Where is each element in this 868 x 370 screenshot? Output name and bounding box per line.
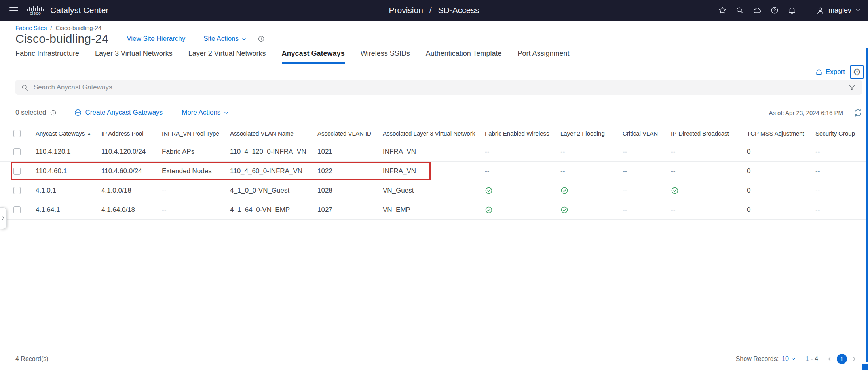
export-icon xyxy=(815,68,823,76)
column-header-security-group[interactable]: Security Group xyxy=(815,130,868,137)
selected-count: 0 selected xyxy=(15,109,57,117)
drawer-chevron-right-icon xyxy=(0,215,6,221)
cell-value: 110.4.120.0/24 xyxy=(101,148,146,156)
column-header-ip-directed-broadcast[interactable]: IP-Directed Broadcast xyxy=(671,130,747,137)
tab-layer-2-virtual-networks[interactable]: Layer 2 Virtual Networks xyxy=(188,49,266,64)
cell-value: Fabric APs xyxy=(162,148,194,156)
table-row[interactable]: 4.1.0.14.1.0.0/18--4_1_0_0-VN_Guest1028V… xyxy=(0,181,868,200)
global-search-icon[interactable] xyxy=(735,6,744,15)
cell-value: -- xyxy=(560,167,565,175)
cell-value: VN_Guest xyxy=(383,187,414,194)
nav-provision[interactable]: Provision xyxy=(389,6,423,15)
column-header-infra-vn-pool-type[interactable]: INFRA_VN Pool Type xyxy=(162,130,230,137)
export-label: Export xyxy=(826,68,845,76)
cell-value: -- xyxy=(162,206,166,214)
cell-value: 1022 xyxy=(317,167,332,175)
menu-icon[interactable] xyxy=(7,4,21,17)
page-size-chevron-down-icon xyxy=(791,356,796,361)
tab-bar: Fabric InfrastructureLayer 3 Virtual Net… xyxy=(0,49,868,64)
site-actions-label: Site Actions xyxy=(203,35,239,43)
left-panel-expand-handle[interactable] xyxy=(0,207,7,229)
selected-info-icon[interactable] xyxy=(50,109,57,116)
tab-port-assignment[interactable]: Port Assignment xyxy=(517,49,569,64)
row-checkbox[interactable] xyxy=(13,187,21,194)
column-header-critical-vlan[interactable]: Critical VLAN xyxy=(623,130,671,137)
cell-value: -- xyxy=(485,167,489,175)
cell-value: 0 xyxy=(747,167,750,175)
user-menu[interactable]: maglev xyxy=(816,6,861,15)
tab-authentication-template[interactable]: Authentication Template xyxy=(426,49,502,64)
check-circle-icon xyxy=(560,206,568,214)
nav-sd-access[interactable]: SD-Access xyxy=(438,6,479,15)
cell-value: -- xyxy=(671,206,675,214)
column-header-tcp-mss-adjustment[interactable]: TCP MSS Adjustment xyxy=(747,130,815,137)
cell-value: -- xyxy=(815,187,820,194)
cell-value: -- xyxy=(162,187,166,194)
cloud-icon[interactable] xyxy=(753,6,762,15)
check-circle-icon xyxy=(560,187,568,194)
tab-fabric-infrastructure[interactable]: Fabric Infrastructure xyxy=(15,49,79,64)
column-header-layer-2-flooding[interactable]: Layer 2 Flooding xyxy=(560,130,623,137)
cell-value: INFRA_VN xyxy=(383,148,416,156)
create-anycast-gateways-button[interactable]: Create Anycast Gateways xyxy=(74,109,163,117)
pagination-range-label: 1 - 4 xyxy=(805,355,818,362)
cell-value: -- xyxy=(815,148,820,156)
column-header-ip-address-pool[interactable]: IP Address Pool xyxy=(101,130,162,137)
cell-value: 4.1.0.0/18 xyxy=(101,187,131,194)
help-icon[interactable] xyxy=(770,6,779,15)
search-input[interactable] xyxy=(15,83,862,91)
tab-anycast-gateways[interactable]: Anycast Gateways xyxy=(282,49,345,64)
cell-value: -- xyxy=(485,148,489,156)
cell-value: 0 xyxy=(747,206,750,214)
more-actions-dropdown[interactable]: More Actions xyxy=(182,109,229,117)
site-actions-dropdown[interactable]: Site Actions xyxy=(203,35,247,43)
tab-layer-3-virtual-networks[interactable]: Layer 3 Virtual Networks xyxy=(95,49,173,64)
column-header-associated-vlan-name[interactable]: Associated VLAN Name xyxy=(230,130,317,137)
cell-value: VN_EMP xyxy=(383,206,410,214)
row-checkbox[interactable] xyxy=(13,168,21,175)
vertical-scrollbar[interactable] xyxy=(866,48,868,362)
row-checkbox[interactable] xyxy=(13,148,21,155)
export-button[interactable]: Export xyxy=(815,68,845,76)
table-row[interactable]: 110.4.60.1110.4.60.0/24Extended Nodes110… xyxy=(0,162,868,181)
show-records-label: Show Records: xyxy=(736,355,779,362)
check-circle-icon xyxy=(485,187,493,194)
cell-value: 0 xyxy=(747,148,750,156)
filter-funnel-icon[interactable] xyxy=(848,84,856,91)
pagination-next-icon[interactable] xyxy=(851,355,858,362)
view-site-hierarchy-link[interactable]: View Site Hierarchy xyxy=(127,35,185,43)
cisco-logo-word: cisco xyxy=(30,11,41,15)
column-header-associated-vlan-id[interactable]: Associated VLAN ID xyxy=(317,130,383,137)
table-settings-gear-icon[interactable]: ⚙ xyxy=(850,65,864,79)
cell-value: -- xyxy=(815,167,820,175)
pagination-page-1[interactable]: 1 xyxy=(837,354,847,364)
table-row[interactable]: 4.1.64.14.1.64.0/18--4_1_64_0-VN_EMP1027… xyxy=(0,200,868,220)
cell-value: -- xyxy=(671,148,675,156)
column-header-fabric-enabled-wireless[interactable]: Fabric Enabled Wireless xyxy=(485,130,560,137)
cell-value: 1021 xyxy=(317,148,332,156)
scrollbar-corner[interactable] xyxy=(862,364,868,370)
column-header-anycast-gateways[interactable]: Anycast Gateways▲ xyxy=(36,130,101,137)
table-footer: 4 Record(s) Show Records: 10 1 - 4 1 xyxy=(0,347,868,370)
breadcrumb-fabric-sites[interactable]: Fabric Sites xyxy=(15,25,47,31)
select-all-checkbox[interactable] xyxy=(13,130,21,137)
tab-wireless-ssids[interactable]: Wireless SSIDs xyxy=(361,49,410,64)
notifications-bell-icon[interactable] xyxy=(788,6,796,15)
table-row[interactable]: 110.4.120.1110.4.120.0/24Fabric APs110_4… xyxy=(0,142,868,162)
cell-value: 4_1_0_0-VN_Guest xyxy=(230,187,289,194)
plus-circle-icon xyxy=(74,109,82,117)
pagination-previous-icon[interactable] xyxy=(826,355,833,362)
breadcrumb-current: Cisco-buidling-24 xyxy=(55,25,101,31)
site-info-icon[interactable] xyxy=(258,35,265,42)
check-circle-icon xyxy=(485,206,493,214)
column-header-associated-layer-3-virtual-network[interactable]: Associated Layer 3 Virtual Network xyxy=(383,130,485,137)
cell-value: -- xyxy=(815,206,820,214)
cell-value: 4.1.64.0/18 xyxy=(101,206,135,214)
topbar-divider xyxy=(806,5,806,15)
favorites-star-icon[interactable] xyxy=(718,6,727,15)
page-size-dropdown[interactable]: 10 xyxy=(782,355,796,362)
row-checkbox[interactable] xyxy=(13,206,21,213)
refresh-icon[interactable] xyxy=(853,108,862,117)
cisco-logo-bars xyxy=(27,5,44,11)
page-size-value: 10 xyxy=(782,355,789,362)
